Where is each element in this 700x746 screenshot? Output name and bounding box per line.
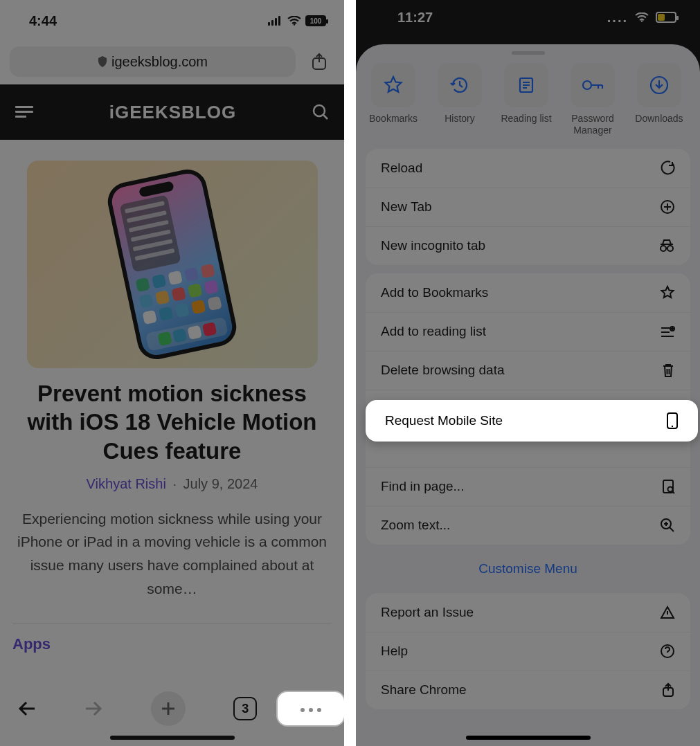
quick-label: Bookmarks [369,113,418,135]
reading-list-add-icon [660,325,675,338]
menu-group-3: Report an Issue Help Share Chrome [366,593,690,709]
menu-zoom-text[interactable]: Zoom text... [366,506,690,545]
category-link[interactable]: Apps [12,635,332,653]
reload-icon [660,161,675,176]
lock-icon [98,56,107,67]
article-author[interactable]: Vikhyat Rishi [87,476,166,491]
star-icon [660,285,675,300]
wifi-icon [287,16,301,26]
cellular-loading-icon: .... [607,10,628,26]
svg-rect-3 [278,16,280,26]
menu-find-in-page[interactable]: Find in page... [366,467,690,506]
tabs-button[interactable]: 3 [233,697,257,720]
menu-delete-data[interactable]: Delete browsing data [366,351,690,390]
status-time: 11:27 [397,10,433,26]
quick-password-manager[interactable]: Password Manager [565,63,620,136]
article-title: Prevent motion sickness with iOS 18 Vehi… [12,379,332,465]
left-screenshot: 4:44 100 igeeksblog.com iGEEKSBLOG [0,0,344,746]
menu-report-issue[interactable]: Report an Issue [366,593,690,632]
status-bar: 4:44 100 [0,0,344,42]
screenshot-divider [344,0,356,746]
menu-reload[interactable]: Reload [366,149,690,188]
tab-count: 3 [242,702,249,716]
quick-label: Password Manager [565,113,620,136]
status-time: 4:44 [29,13,57,29]
menu-label: Reload [381,161,422,176]
key-icon [580,75,605,95]
menu-help[interactable]: Help [366,632,690,671]
menu-label: New incognito tab [381,238,485,253]
svg-point-24 [668,487,673,492]
quick-history[interactable]: History [432,63,487,136]
menu-group-1: Reload New Tab New incognito tab [366,149,690,265]
address-bar[interactable]: igeeksblog.com [10,46,296,77]
address-url: igeeksblog.com [111,54,208,70]
menu-label: Find in page... [381,479,464,494]
menu-add-bookmarks[interactable]: Add to Bookmarks [366,273,690,312]
wifi-icon [635,12,649,22]
battery-icon: 100 [305,15,326,26]
back-button[interactable] [18,701,36,716]
svg-rect-6 [15,106,33,108]
article-date: July 9, 2024 [183,476,258,491]
more-menu-button[interactable] [278,692,344,725]
menu-incognito[interactable]: New incognito tab [366,226,690,265]
sheet-grabber[interactable] [512,51,545,55]
menu-label: Add to Bookmarks [381,285,488,300]
menu-sheet: Bookmarks History Reading list Password … [356,44,700,746]
quick-label: Reading list [501,113,551,135]
cellular-icon [268,16,283,26]
more-icon [298,702,323,715]
downloads-icon [649,75,670,95]
svg-rect-0 [268,22,270,26]
quick-downloads[interactable]: Downloads [631,63,687,136]
star-icon [383,75,404,95]
menu-label: New Tab [381,199,432,215]
hamburger-icon[interactable] [15,106,33,118]
quick-label: History [445,113,475,135]
new-tab-button[interactable] [151,691,186,726]
alert-icon [660,606,675,619]
svg-point-17 [667,246,673,251]
menu-label: Delete browsing data [381,363,505,378]
search-icon[interactable] [312,104,329,120]
svg-point-10 [641,20,643,22]
zoom-icon [660,518,675,533]
menu-request-mobile-site[interactable]: Request Mobile Site [366,400,698,442]
history-icon [449,75,470,95]
quick-actions-row: Bookmarks History Reading list Password … [356,59,700,140]
share-button[interactable] [304,46,334,77]
byline-separator: · [172,476,177,491]
plus-circle-icon [660,199,675,215]
menu-new-tab[interactable]: New Tab [366,188,690,226]
menu-share-chrome[interactable]: Share Chrome [366,671,690,709]
svg-point-12 [583,81,591,89]
svg-rect-8 [15,116,26,118]
site-header: iGEEKSBLOG [0,84,344,140]
article-card[interactable]: Prevent motion sickness with iOS 18 Vehi… [0,140,344,653]
menu-add-reading-list[interactable]: Add to reading list [366,312,690,351]
menu-label: Help [381,644,408,659]
divider [12,624,332,624]
trash-icon [661,363,675,378]
menu-label: Zoom text... [381,518,450,533]
svg-point-9 [314,105,325,116]
address-bar-row: igeeksblog.com [10,44,334,79]
quick-reading-list[interactable]: Reading list [499,63,554,136]
customise-menu-link[interactable]: Customise Menu [356,561,700,576]
svg-point-16 [661,246,666,251]
svg-rect-7 [15,111,33,113]
svg-rect-1 [271,20,273,26]
incognito-icon [658,238,675,253]
quick-label: Downloads [635,113,683,135]
svg-point-4 [294,24,296,26]
help-icon [660,644,675,659]
reading-list-icon [516,75,537,95]
quick-bookmarks[interactable]: Bookmarks [366,63,421,136]
forward-button [84,701,102,716]
phone-icon [666,412,679,430]
status-bar: 11:27 .... [356,0,700,35]
menu-label: Report an Issue [381,605,474,620]
article-excerpt: Experiencing motion sickness while using… [12,507,332,600]
article-hero-image [27,161,318,368]
